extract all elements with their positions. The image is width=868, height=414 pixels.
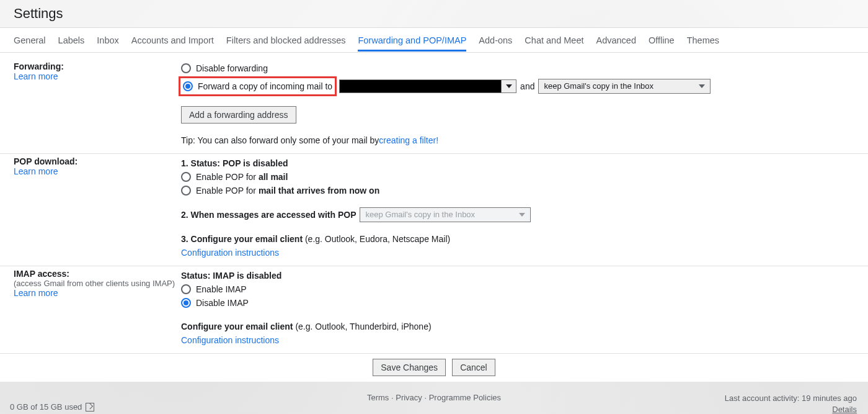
imap-configure-label: Configure your email client (e.g. Outloo… — [181, 320, 432, 333]
forwarding-action-value: keep Gmail's copy in the Inbox — [544, 79, 653, 93]
enable-pop-now-label[interactable]: Enable POP for mail that arrives from no… — [196, 184, 379, 197]
imap-status-label: Status: IMAP is disabled — [181, 269, 281, 282]
tab-general[interactable]: General — [14, 29, 46, 52]
tab-offline[interactable]: Offline — [649, 29, 675, 52]
tab-themes[interactable]: Themes — [687, 29, 719, 52]
tab-chat-meet[interactable]: Chat and Meet — [525, 29, 583, 52]
settings-content: Forwarding: Learn more Disable forwardin… — [0, 53, 868, 382]
pop-when-label: 2. When messages are accessed with POP — [181, 208, 356, 222]
tab-advanced[interactable]: Advanced — [596, 29, 636, 52]
pop-status-label: 1. Status: POP is disabled — [181, 156, 288, 170]
enable-imap-radio[interactable] — [181, 284, 191, 294]
chevron-down-icon — [519, 208, 525, 222]
imap-subtext: (access Gmail from other clients using I… — [14, 279, 181, 288]
forwarding-learn-more-link[interactable]: Learn more — [14, 71, 181, 81]
activity-details-link[interactable]: Details — [725, 404, 857, 414]
storage-text: 0 GB of 15 GB used — [10, 402, 82, 412]
pop-config-instructions-link[interactable]: Configuration instructions — [181, 246, 279, 259]
footer-bar: 0 GB of 15 GB used Terms · Privacy · Pro… — [0, 382, 868, 414]
forwarding-action-select[interactable]: keep Gmail's copy in the Inbox — [538, 79, 711, 94]
pop-section: POP download: Learn more 1. Status: POP … — [0, 154, 868, 266]
account-activity: Last account activity: 19 minutes ago De… — [725, 393, 857, 414]
pop-action-value: keep Gmail's copy in the Inbox — [365, 208, 475, 222]
storage-usage[interactable]: 0 GB of 15 GB used — [10, 402, 94, 412]
forwarding-tip-text: Tip: You can also forward only some of y… — [181, 133, 379, 147]
tab-forwarding-pop-imap[interactable]: Forwarding and POP/IMAP — [358, 29, 466, 52]
pop-title: POP download: — [14, 156, 181, 166]
pop-configure-label: 3. Configure your email client (e.g. Out… — [181, 232, 450, 246]
enable-imap-label[interactable]: Enable IMAP — [196, 282, 247, 296]
imap-title: IMAP access: — [14, 269, 181, 279]
privacy-link[interactable]: Privacy — [396, 393, 422, 402]
tab-filters-blocked[interactable]: Filters and blocked addresses — [226, 29, 346, 52]
forwarding-section: Forwarding: Learn more Disable forwardin… — [0, 59, 868, 154]
activity-text: Last account activity: 19 minutes ago — [725, 393, 857, 404]
pop-action-select[interactable]: keep Gmail's copy in the Inbox — [360, 207, 531, 222]
page-title: Settings — [14, 6, 63, 22]
disable-forwarding-radio[interactable] — [181, 63, 191, 73]
terms-link[interactable]: Terms — [367, 393, 389, 402]
tab-accounts-import[interactable]: Accounts and Import — [131, 29, 214, 52]
tab-inbox[interactable]: Inbox — [97, 29, 118, 52]
add-forwarding-address-button[interactable]: Add a forwarding address — [181, 106, 296, 124]
tab-addons[interactable]: Add-ons — [479, 29, 512, 52]
pop-learn-more-link[interactable]: Learn more — [14, 166, 181, 176]
chevron-down-icon — [699, 79, 705, 93]
programme-policies-link[interactable]: Programme Policies — [429, 393, 501, 402]
imap-section: IMAP access: (access Gmail from other cl… — [0, 266, 868, 354]
disable-forwarding-label[interactable]: Disable forwarding — [196, 61, 268, 75]
tab-labels[interactable]: Labels — [58, 29, 85, 52]
forwarding-title: Forwarding: — [14, 61, 181, 71]
disable-imap-label[interactable]: Disable IMAP — [196, 296, 249, 310]
cancel-button[interactable]: Cancel — [452, 359, 495, 376]
disable-imap-radio[interactable] — [181, 298, 191, 308]
chevron-down-icon — [501, 80, 516, 92]
footer-links: Terms · Privacy · Programme Policies — [367, 393, 501, 402]
forward-copy-radio[interactable] — [183, 81, 193, 91]
forward-option-highlight: Forward a copy of incoming mail to — [179, 76, 337, 96]
imap-learn-more-link[interactable]: Learn more — [14, 288, 181, 298]
open-in-new-icon — [86, 403, 94, 412]
settings-header: Settings — [0, 0, 868, 28]
enable-pop-now-radio[interactable] — [181, 186, 191, 196]
create-filter-link[interactable]: creating a filter! — [379, 133, 438, 147]
forward-copy-label[interactable]: Forward a copy of incoming mail to — [198, 79, 332, 93]
forwarding-and-text: and — [516, 79, 538, 93]
settings-tabs: General Labels Inbox Accounts and Import… — [0, 28, 868, 53]
forwarding-address-select[interactable] — [339, 79, 516, 93]
save-changes-button[interactable]: Save Changes — [373, 359, 446, 376]
save-cancel-row: Save Changes Cancel — [0, 354, 868, 385]
enable-pop-all-label[interactable]: Enable POP for all mail — [196, 170, 288, 184]
enable-pop-all-radio[interactable] — [181, 172, 191, 182]
imap-config-instructions-link[interactable]: Configuration instructions — [181, 333, 279, 347]
